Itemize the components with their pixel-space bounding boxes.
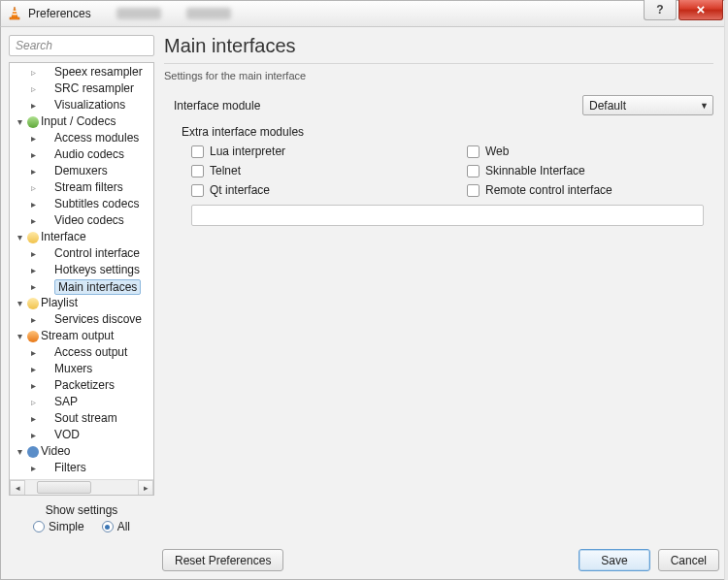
tree-item[interactable]: Audio codecs xyxy=(10,146,153,163)
tree-expander-icon[interactable] xyxy=(27,64,39,81)
window-controls: ? × xyxy=(642,0,723,20)
tree-item[interactable]: Access modules xyxy=(10,130,153,146)
tree-expander-icon[interactable] xyxy=(14,443,25,460)
tree-item-label: Muxers xyxy=(54,361,92,377)
tree-item-label: Access modules xyxy=(54,130,139,146)
tree-item[interactable]: SRC resampler xyxy=(10,81,153,97)
checkbox-label: Telnet xyxy=(210,164,241,177)
scroll-left-icon[interactable]: ◂ xyxy=(10,480,25,496)
reset-preferences-button[interactable]: Reset Preferences xyxy=(162,549,283,571)
tree-expander-icon[interactable] xyxy=(27,212,39,229)
checkbox-icon xyxy=(467,145,480,158)
radio-all[interactable]: All xyxy=(102,520,130,533)
tree-item-label: Stream output xyxy=(41,328,114,344)
checkbox-label: Qt interface xyxy=(210,183,270,197)
tree-item[interactable]: Packetizers xyxy=(10,377,153,394)
tree-expander-icon[interactable] xyxy=(27,97,39,113)
tree-expander-icon[interactable] xyxy=(27,361,39,377)
tree-expander-icon[interactable] xyxy=(27,460,39,476)
tree-expander-icon[interactable] xyxy=(27,81,39,97)
tree-item[interactable]: Stream filters xyxy=(10,179,153,196)
tree-item[interactable]: Services discove xyxy=(10,311,153,328)
checkbox-icon xyxy=(467,165,480,177)
checkbox-option[interactable]: Web xyxy=(467,145,713,158)
show-settings-label: Show settings xyxy=(9,503,154,517)
tree-expander-icon[interactable] xyxy=(27,130,39,146)
tree-item[interactable]: Visualizations xyxy=(10,97,153,113)
title-bar: Preferences ? × xyxy=(0,0,728,27)
page-subtitle: Settings for the main interface xyxy=(164,70,713,81)
tree-item[interactable]: Video xyxy=(10,443,153,460)
checkbox-option[interactable]: Qt interface xyxy=(191,183,438,197)
tree-expander-icon[interactable] xyxy=(27,377,39,394)
tree-expander-icon[interactable] xyxy=(27,245,39,262)
tree-item[interactable]: Stream output xyxy=(10,328,153,344)
tree-expander-icon[interactable] xyxy=(27,262,39,278)
help-button[interactable]: ? xyxy=(644,0,677,20)
tree-item[interactable]: Muxers xyxy=(10,361,153,377)
save-button[interactable]: Save xyxy=(579,549,649,571)
tree-category-icon xyxy=(25,116,41,128)
tree-item[interactable]: Hotkeys settings xyxy=(10,262,153,278)
tree-item[interactable]: Main interfaces xyxy=(10,278,153,295)
checkbox-option[interactable]: Lua interpreter xyxy=(191,145,438,158)
tree-item[interactable]: Control interface xyxy=(10,245,153,262)
tree-item-label: Main interfaces xyxy=(54,279,141,295)
scroll-thumb[interactable] xyxy=(37,481,91,494)
blurred-text xyxy=(116,8,161,19)
tree-item[interactable]: Speex resampler xyxy=(10,64,153,81)
cancel-button[interactable]: Cancel xyxy=(658,549,719,571)
tree-item[interactable]: VOD xyxy=(10,427,153,443)
chevron-down-icon: ▼ xyxy=(700,101,709,111)
tree-item[interactable]: Sout stream xyxy=(10,410,153,427)
tree-item[interactable]: SAP xyxy=(10,394,153,410)
tree-expander-icon[interactable] xyxy=(27,278,39,295)
tree-expander-icon[interactable] xyxy=(27,427,39,443)
svg-rect-3 xyxy=(10,17,19,19)
tree-expander-icon[interactable] xyxy=(27,311,39,328)
tree-item-label: Playlist xyxy=(41,295,78,311)
tree-item-label: SAP xyxy=(54,394,78,410)
tree-item-label: Subtitles codecs xyxy=(54,196,139,212)
tree-expander-icon[interactable] xyxy=(27,410,39,427)
tree-item[interactable]: Demuxers xyxy=(10,163,153,179)
tree-item-label: Filters xyxy=(54,460,86,476)
close-button[interactable]: × xyxy=(678,0,723,20)
tree-item[interactable]: Subtitles codecs xyxy=(10,196,153,212)
tree-expander-icon[interactable] xyxy=(14,295,25,311)
tree-item[interactable]: Input / Codecs xyxy=(10,113,153,130)
tree-expander-icon[interactable] xyxy=(27,394,39,410)
interface-module-select[interactable]: Default ▼ xyxy=(582,95,713,115)
window-title: Preferences xyxy=(28,7,91,20)
checkbox-option[interactable]: Remote control interface xyxy=(467,183,713,197)
tree-item[interactable]: Video codecs xyxy=(10,212,153,229)
checkbox-option[interactable]: Skinnable Interface xyxy=(467,164,713,177)
radio-icon xyxy=(102,521,114,532)
checkbox-label: Lua interpreter xyxy=(210,145,285,158)
interface-module-label: Interface module xyxy=(174,99,582,113)
tree-item-label: Stream filters xyxy=(54,179,123,196)
tree-item[interactable]: Interface xyxy=(10,229,153,245)
checkbox-option[interactable]: Telnet xyxy=(191,164,438,177)
tree-expander-icon[interactable] xyxy=(27,344,39,361)
checkbox-icon xyxy=(191,145,204,158)
radio-simple[interactable]: Simple xyxy=(33,520,84,533)
tree-expander-icon[interactable] xyxy=(14,113,25,130)
tree-item[interactable]: Access output xyxy=(10,344,153,361)
settings-tree: Speex resamplerSRC resamplerVisualizatio… xyxy=(9,62,154,496)
tree-expander-icon[interactable] xyxy=(14,328,25,344)
extra-modules-input[interactable] xyxy=(191,205,704,226)
tree-expander-icon[interactable] xyxy=(27,179,39,196)
show-settings-group: Show settings Simple All xyxy=(9,503,154,533)
tree-expander-icon[interactable] xyxy=(27,163,39,179)
tree-expander-icon[interactable] xyxy=(27,146,39,163)
tree-item-label: Sout stream xyxy=(54,410,117,427)
horizontal-scrollbar[interactable]: ◂ ▸ xyxy=(10,479,153,495)
tree-item[interactable]: Filters xyxy=(10,460,153,476)
tree-expander-icon[interactable] xyxy=(27,196,39,212)
scroll-right-icon[interactable]: ▸ xyxy=(138,480,153,496)
tree-expander-icon[interactable] xyxy=(14,229,25,245)
tree-item[interactable]: Playlist xyxy=(10,295,153,311)
search-input[interactable]: Search xyxy=(9,35,154,56)
tree-category-icon xyxy=(25,298,41,309)
